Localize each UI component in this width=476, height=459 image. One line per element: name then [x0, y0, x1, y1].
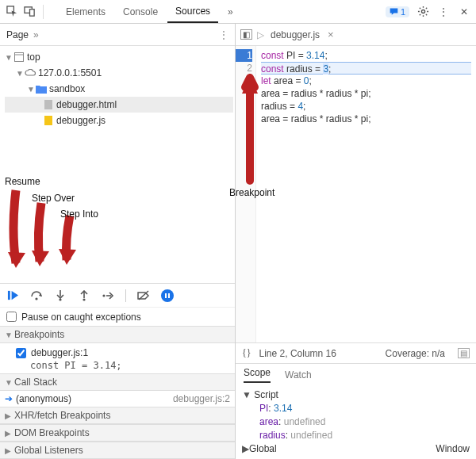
panel-tabs: Elements Console Sources » [58, 1, 241, 23]
folder-icon [36, 83, 47, 94]
topbar-right: 1 ⋮ ✕ [386, 5, 471, 19]
gear-icon[interactable] [416, 5, 430, 19]
right-panel: ◧ ▷ debugger.js × 1 234567 const PI = 3.… [236, 24, 476, 459]
step-button[interactable] [102, 289, 114, 302]
svg-point-11 [83, 298, 85, 300]
anno-resume: Resume [5, 176, 40, 187]
tree-file-js[interactable]: debugger.js [5, 113, 233, 128]
device-toggle-icon[interactable] [22, 5, 36, 19]
tree-folder[interactable]: ▼ sandbox [5, 81, 233, 97]
tab-overflow-icon[interactable]: » [220, 2, 241, 22]
show-coverage-icon[interactable]: ▤ [458, 348, 470, 358]
tree-file-html[interactable]: debugger.html [5, 97, 233, 113]
pause-caught-label: Pause on caught exceptions [21, 312, 141, 323]
scope-var[interactable]: PI: 3.14 [242, 402, 470, 415]
tab-sources[interactable]: Sources [167, 1, 218, 23]
page-label[interactable]: Page [6, 29, 29, 40]
breakpoint-checkbox[interactable] [16, 348, 26, 358]
messages-badge[interactable]: 1 [386, 6, 409, 17]
tree-top[interactable]: ▼ top [5, 49, 233, 65]
cloud-icon [25, 67, 36, 78]
tree-root-label: top [27, 52, 40, 63]
svg-rect-6 [7, 291, 10, 300]
section-call-stack[interactable]: ▼Call Stack [0, 373, 235, 391]
toggle-sidebar-icon[interactable]: ◧ [240, 29, 252, 40]
file-icon [43, 115, 54, 126]
source-header: ◧ ▷ debugger.js × [236, 24, 476, 46]
kebab-icon[interactable]: ⋮ [436, 5, 451, 19]
tab-watch[interactable]: Watch [285, 369, 312, 381]
pause-caught-row: Pause on caught exceptions [0, 307, 235, 326]
scope-var[interactable]: radius: undefined [242, 429, 470, 442]
breakpoints-body: debugger.js:1 const PI = 3.14; [0, 343, 235, 373]
pause-on-exceptions-button[interactable] [161, 289, 174, 302]
tree-host[interactable]: ▼ 127.0.0.1:5501 [5, 65, 233, 81]
svg-rect-16 [168, 293, 170, 298]
step-into-button[interactable] [54, 289, 67, 302]
file-icon [43, 99, 54, 110]
nav-forward-icon[interactable]: ▷ [257, 29, 264, 40]
svg-rect-2 [29, 10, 34, 16]
svg-point-12 [102, 294, 105, 296]
anno-step-over: Step Over [32, 193, 75, 204]
close-file-icon[interactable]: × [324, 29, 337, 40]
section-global-listeners[interactable]: ▶Global Listeners [0, 442, 235, 459]
svg-rect-4 [15, 53, 24, 62]
chevrons-icon[interactable]: » [33, 29, 39, 40]
svg-point-3 [421, 10, 424, 13]
tree-file-label: debugger.html [56, 99, 117, 110]
step-out-button[interactable] [78, 289, 90, 302]
messages-count: 1 [401, 7, 405, 17]
scope-var[interactable]: area: undefined [242, 415, 470, 429]
bottom-tabs: Scope Watch [236, 363, 476, 385]
page-header: Page » ⋮ [0, 24, 235, 46]
svg-rect-15 [165, 293, 167, 298]
frame-loc: debugger.js:2 [173, 393, 230, 404]
source-status-bar: {} Line 2, Column 16 Coverage: n/a ▤ [236, 342, 476, 363]
code-lines: const PI = 3.14; const radius = 3; let a… [256, 46, 476, 342]
divider [43, 5, 44, 19]
anno-step-into: Step Into [60, 208, 98, 220]
close-icon[interactable]: ✕ [457, 5, 471, 19]
pretty-print-icon[interactable]: {} [242, 347, 251, 359]
pause-caught-checkbox[interactable] [6, 312, 17, 322]
svg-point-7 [35, 297, 37, 300]
file-tab[interactable]: debugger.js × [269, 25, 339, 44]
coverage-label: Coverage: n/a [386, 348, 445, 359]
breakpoint-label: debugger.js:1 [31, 347, 88, 358]
devtools-top-bar: Elements Console Sources » 1 ⋮ ✕ [0, 0, 476, 24]
debugger-controls [0, 283, 235, 307]
cursor-position: Line 2, Column 16 [259, 348, 336, 359]
tab-elements[interactable]: Elements [58, 2, 113, 22]
tab-console[interactable]: Console [115, 2, 166, 22]
scope-script[interactable]: ▼ Script [242, 388, 470, 402]
divider [125, 289, 126, 302]
section-dom[interactable]: ▶DOM Breakpoints [0, 424, 235, 442]
left-panel: Page » ⋮ ▼ top ▼ 127.0.0.1:5501 ▼ sandbo… [0, 24, 236, 459]
window-icon [13, 52, 25, 63]
breakpoint-code: const PI = 3.14; [16, 360, 230, 371]
breakpoint-item[interactable]: debugger.js:1 [16, 346, 230, 360]
code-editor[interactable]: 1 234567 const PI = 3.14; const radius =… [236, 46, 476, 342]
deactivate-breakpoints-button[interactable] [137, 289, 150, 302]
tab-scope[interactable]: Scope [244, 367, 271, 383]
call-stack-frame[interactable]: ➔ (anonymous) debugger.js:2 [0, 391, 235, 407]
gutter-line-bp: 1 [236, 49, 252, 62]
file-tree: ▼ top ▼ 127.0.0.1:5501 ▼ sandbox debugge… [0, 46, 235, 132]
scope-panel: ▼ Script PI: 3.14 area: undefined radius… [236, 385, 476, 459]
tree-file-label: debugger.js [56, 115, 106, 126]
inspect-icon[interactable] [5, 5, 19, 19]
section-xhr[interactable]: ▶XHR/fetch Breakpoints [0, 407, 235, 424]
resume-button[interactable] [6, 289, 19, 302]
kebab-icon[interactable]: ⋮ [219, 29, 228, 40]
anno-breakpoint: Breakpoint [229, 187, 274, 198]
svg-point-9 [59, 298, 61, 300]
frame-fn: (anonymous) [16, 393, 71, 404]
step-over-button[interactable] [30, 289, 43, 302]
section-breakpoints[interactable]: ▼Breakpoints [0, 326, 235, 343]
tree-host-label: 127.0.0.1:5501 [38, 67, 102, 78]
scope-global[interactable]: ▶ GlobalWindow [242, 442, 470, 456]
file-tab-label: debugger.js [271, 29, 320, 40]
current-frame-icon: ➔ [5, 393, 13, 404]
tree-folder-label: sandbox [49, 83, 85, 94]
